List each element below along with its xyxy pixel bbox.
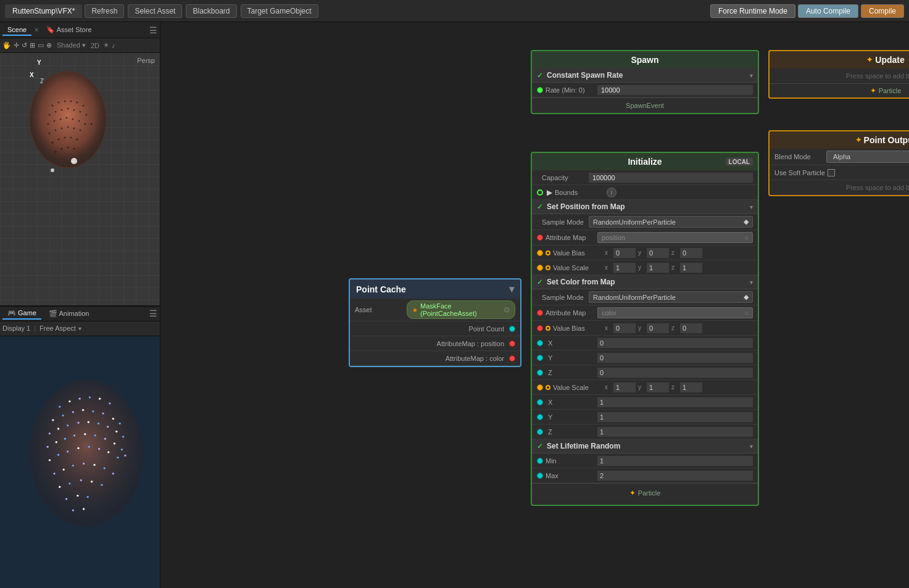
rotate-icon[interactable]: ↺	[22, 41, 27, 49]
color-bias-z[interactable]	[680, 323, 702, 333]
scene-tab-menu[interactable]: ☰	[149, 25, 157, 35]
svg-point-18	[72, 118, 74, 120]
asset-store-tab[interactable]: 🔖 Asset Store	[41, 25, 96, 35]
point-output-node: ✦ Point Output LOCAL Blend Mode Alpha Us…	[768, 130, 909, 196]
point-count-port	[509, 326, 515, 332]
svg-point-40	[59, 405, 60, 407]
update-star-icon: ✦	[866, 56, 873, 64]
color-z-input[interactable]	[597, 368, 753, 378]
game-tab-menu[interactable]: ☰	[149, 308, 157, 318]
blackboard-button[interactable]: Blackboard	[186, 4, 236, 18]
svg-point-11	[73, 109, 75, 111]
position-attr-field[interactable]: position ○	[597, 232, 753, 243]
free-aspect-label[interactable]: Free Aspect	[39, 325, 76, 332]
color-scale-y[interactable]	[647, 383, 669, 392]
lifetime-max-input[interactable]	[597, 471, 753, 481]
color-y-input[interactable]	[597, 353, 753, 363]
color-z-port	[537, 370, 543, 376]
svg-point-89	[68, 482, 70, 484]
auto-compile-button[interactable]: Auto Compile	[798, 4, 858, 18]
svg-point-51	[102, 412, 104, 414]
position-sample-dropdown[interactable]: RandomUniformPerParticle ◆	[589, 216, 753, 228]
spawn-rate-value[interactable]: 10000	[597, 85, 753, 95]
color-scale-z[interactable]	[680, 383, 702, 392]
scale-x-input[interactable]	[597, 397, 753, 407]
color-bias-y[interactable]	[647, 323, 669, 333]
compile-button[interactable]: Compile	[861, 4, 904, 18]
position-scale-z[interactable]	[680, 263, 702, 273]
color-scale-label: Value Scale	[553, 384, 602, 391]
cache-expand-icon[interactable]: ▾	[509, 283, 514, 295]
capacity-value[interactable]: 100000	[589, 173, 753, 183]
svg-point-16	[60, 118, 62, 120]
init-title: Initialize	[628, 157, 662, 167]
cache-asset-row: Asset ★ MaskFace (PointCacheAsset) ⊙	[350, 299, 520, 321]
move-icon[interactable]: ✛	[14, 41, 19, 49]
game-tab-bar: 🎮 Game 🎬 Animation ☰	[0, 305, 160, 321]
svg-point-55	[57, 428, 59, 429]
asset-close-icon[interactable]: ⊙	[504, 305, 510, 314]
svg-point-12	[80, 111, 81, 113]
svg-point-30	[64, 137, 66, 139]
game-tab[interactable]: 🎮 Game	[2, 308, 41, 320]
soft-particle-checkbox[interactable]	[828, 169, 835, 176]
attr-position-label: AttributeMap : position	[437, 340, 504, 347]
position-bias-y[interactable]	[647, 248, 669, 258]
scale-z-input[interactable]	[597, 427, 753, 437]
attr-position-row: AttributeMap : position	[350, 336, 520, 351]
game-mesh	[6, 342, 160, 565]
transform-icon[interactable]: ⊕	[46, 41, 52, 49]
color-z-label: Z	[546, 369, 595, 376]
color-bias-x[interactable]	[613, 323, 636, 333]
left-panel: Scene ✕ 🔖 Asset Store ☰ 🖐 ✛ ↺ ⊞ ▭ ⊕ Shad…	[0, 22, 160, 588]
scale-icon[interactable]: ⊞	[30, 41, 35, 49]
color-x-input[interactable]	[597, 338, 753, 348]
set-lifetime-section-header: ✓ Set Lifetime Random ▾	[532, 439, 758, 453]
svg-point-33	[55, 151, 57, 153]
refresh-button[interactable]: Refresh	[85, 4, 124, 18]
shading-dropdown[interactable]: Shaded ▾	[57, 41, 86, 49]
color-sample-dropdown[interactable]: RandomUniformPerParticle ◆	[589, 291, 753, 303]
audio-icon[interactable]: ♪	[112, 42, 115, 49]
blend-mode-select[interactable]: Alpha	[826, 151, 909, 163]
color-collapse[interactable]: ▾	[750, 279, 753, 286]
active-tab[interactable]: RuttenStump\VFX*	[5, 4, 82, 18]
spawn-collapse-arrow[interactable]: ▾	[750, 72, 753, 79]
cache-asset-pill[interactable]: ★ MaskFace (PointCacheAsset) ⊙	[407, 300, 515, 319]
scene-tab[interactable]: Scene	[2, 25, 31, 36]
select-asset-button[interactable]: Select Asset	[128, 4, 182, 18]
svg-point-27	[80, 130, 81, 131]
svg-point-53	[119, 422, 121, 424]
color-attr-field[interactable]: color ○	[597, 307, 753, 318]
position-scale-x[interactable]	[613, 263, 636, 273]
cache-node-header: Point Cache ▾	[350, 280, 520, 299]
lifetime-min-input[interactable]	[597, 456, 753, 466]
soft-particle-row: Use Soft Particle	[770, 165, 909, 180]
vfx-canvas[interactable]: Spawn ✓ Constant Spawn Rate ▾ Rate (Min:…	[160, 22, 909, 588]
position-bias-z[interactable]	[680, 248, 702, 258]
position-collapse[interactable]: ▾	[750, 204, 753, 210]
animation-tab[interactable]: 🎬 Animation	[44, 308, 94, 319]
position-bias-x[interactable]	[613, 248, 636, 258]
bounds-info-icon[interactable]: i	[607, 188, 616, 197]
force-runtime-button[interactable]: Force Runtime Mode	[710, 4, 795, 18]
svg-point-90	[80, 479, 82, 481]
svg-point-72	[124, 454, 126, 456]
target-gameobject-button[interactable]: Target GameObject	[241, 4, 318, 18]
position-scale-y[interactable]	[647, 263, 669, 273]
scale-x-label: X	[546, 399, 595, 406]
color-scale-x[interactable]	[613, 383, 636, 392]
scale-y-input[interactable]	[597, 412, 753, 422]
scale-z-label: Z	[546, 428, 595, 436]
attr-color-row: AttributeMap : color	[350, 351, 520, 366]
lighting-icon[interactable]: ☀	[103, 41, 109, 49]
svg-point-39	[30, 379, 143, 526]
color-scale-port	[537, 384, 543, 391]
svg-point-95	[87, 495, 89, 497]
scale-x-row: X	[532, 395, 758, 410]
svg-point-22	[49, 133, 51, 135]
2d-toggle[interactable]: 2D	[91, 42, 99, 49]
rect-icon[interactable]: ▭	[38, 41, 44, 49]
lifetime-collapse[interactable]: ▾	[750, 443, 753, 450]
svg-point-17	[66, 117, 68, 119]
